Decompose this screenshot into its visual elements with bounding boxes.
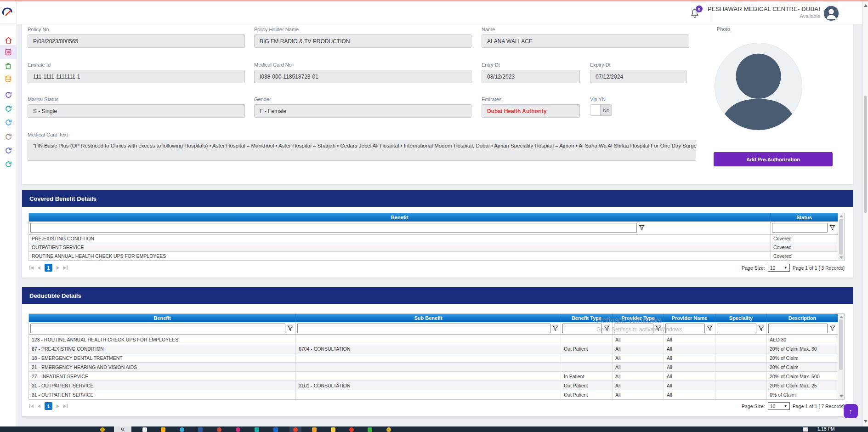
edge-icon[interactable] bbox=[180, 427, 184, 432]
sidebar-item-sync-2[interactable] bbox=[0, 102, 17, 114]
covered-benefit-filter-input[interactable] bbox=[30, 223, 637, 233]
gender-input[interactable]: F - Female bbox=[254, 104, 471, 118]
table-row[interactable]: 27 - INPATIENT SERVICE In Patient All Al… bbox=[29, 372, 838, 381]
next-page-button[interactable] bbox=[57, 266, 59, 270]
first-page-button[interactable] bbox=[29, 404, 34, 408]
page-scrollbar[interactable] bbox=[862, 1, 868, 426]
sidebar-item-orders[interactable] bbox=[0, 60, 17, 72]
scroll-down-icon[interactable] bbox=[840, 256, 843, 259]
table-row[interactable]: 31 - OUTPATIENT SERVICE 3101 - CONSULTAT… bbox=[29, 381, 838, 390]
window-app-icon[interactable] bbox=[273, 427, 278, 432]
green-app-icon[interactable] bbox=[368, 427, 372, 432]
benefit-filter-input[interactable] bbox=[30, 324, 285, 333]
sidebar-item-member-active[interactable] bbox=[0, 45, 17, 59]
tray-icon[interactable] bbox=[803, 427, 808, 432]
sidebar-item-sync-6[interactable] bbox=[0, 158, 17, 170]
table-row[interactable]: 67 - PRE-EXISTING CONDITION 6704 - CONSU… bbox=[29, 344, 838, 353]
taskbar-clock[interactable]: 1:18 PM bbox=[817, 426, 834, 432]
scroll-up-icon[interactable] bbox=[840, 215, 843, 217]
table-row[interactable]: PRE-EXISTING CONDITION Covered bbox=[29, 234, 838, 243]
user-avatar[interactable] bbox=[823, 5, 840, 22]
vip-toggle[interactable]: No bbox=[590, 104, 612, 116]
opera-icon[interactable] bbox=[217, 427, 221, 432]
last-page-button[interactable] bbox=[63, 266, 68, 270]
deduct-col-provider-name[interactable]: Provider Name bbox=[664, 314, 715, 322]
page-number-button[interactable]: 1 bbox=[45, 402, 52, 410]
red-app-icon[interactable] bbox=[349, 427, 354, 432]
pink-app-icon[interactable] bbox=[236, 427, 240, 432]
sub-benefit-filter-input[interactable] bbox=[297, 324, 550, 333]
scrollbar-thumb[interactable] bbox=[839, 319, 843, 370]
marital-status-input[interactable]: S - Single bbox=[28, 104, 245, 118]
filter-funnel-icon[interactable] bbox=[638, 225, 646, 231]
prev-page-button[interactable] bbox=[38, 266, 40, 270]
covered-col-benefit[interactable]: Benefit bbox=[29, 213, 771, 222]
deduct-col-benefit[interactable]: Benefit bbox=[29, 314, 296, 322]
sidebar-item-finance[interactable] bbox=[0, 73, 17, 85]
next-page-button[interactable] bbox=[57, 404, 59, 408]
sidebar-item-sync-4[interactable] bbox=[0, 131, 17, 142]
table-row[interactable]: 123 - ROUTINE ANNUAL HEALTH CHECK UPS FO… bbox=[29, 335, 838, 344]
yellow-app-icon[interactable] bbox=[331, 427, 335, 432]
filter-funnel-icon[interactable] bbox=[706, 325, 714, 331]
table-row[interactable]: 18 - EMERGENCY DENTAL TREATMENT All All … bbox=[29, 353, 838, 363]
deduct-col-sub-benefit[interactable]: Sub Benefit bbox=[296, 314, 561, 322]
table-row[interactable]: 31 - OUTPATIENT SERVICE Out Patient All … bbox=[29, 390, 838, 399]
benefit-type-cell: In Patient bbox=[561, 372, 613, 381]
chrome-icon[interactable] bbox=[293, 427, 298, 432]
deduct-col-description[interactable]: Description bbox=[767, 314, 838, 322]
covered-table-scrollbar[interactable] bbox=[838, 213, 844, 261]
speciality-filter-input[interactable] bbox=[717, 324, 756, 333]
deduct-col-speciality[interactable]: Speciality bbox=[715, 314, 767, 322]
sidebar-item-sync-3[interactable] bbox=[0, 116, 17, 128]
covered-col-status[interactable]: Status bbox=[771, 213, 838, 222]
gold-app-icon[interactable] bbox=[100, 427, 105, 432]
covered-status-filter-input[interactable] bbox=[772, 223, 828, 233]
name-input[interactable]: ALANA WALLACE bbox=[482, 34, 689, 48]
taskbar-search[interactable] bbox=[114, 426, 131, 432]
filter-funnel-icon[interactable] bbox=[828, 225, 836, 231]
filter-funnel-icon[interactable] bbox=[551, 325, 559, 331]
add-preauthorization-button[interactable]: Add Pre-Authorization bbox=[714, 152, 833, 166]
table-row[interactable]: OUTPATIENT SERVICE Covered bbox=[29, 243, 838, 252]
teal-app-icon[interactable] bbox=[255, 427, 259, 432]
description-filter-input[interactable] bbox=[768, 324, 828, 333]
store-icon[interactable] bbox=[142, 427, 147, 432]
scroll-up-icon[interactable] bbox=[864, 4, 868, 7]
page-size-select[interactable]: 10 ▼ bbox=[768, 402, 790, 410]
page-number-button[interactable]: 1 bbox=[45, 264, 52, 272]
emirate-id-input[interactable]: 111-1111-1111111-1 bbox=[28, 70, 245, 83]
folder-icon[interactable] bbox=[161, 427, 165, 432]
deductible-table-scrollbar[interactable] bbox=[838, 314, 844, 399]
entry-dt-input[interactable]: 08/12/2023 bbox=[482, 70, 580, 83]
gold-key-icon[interactable] bbox=[386, 427, 391, 432]
policy-holder-input[interactable]: BIG FM RADIO & TV PRODUCTION bbox=[254, 34, 471, 48]
sub-benefit-cell: 6704 - CONSULTATION bbox=[296, 344, 561, 353]
scroll-down-icon[interactable] bbox=[864, 420, 868, 423]
medical-card-text-input[interactable]: "HN Basic Plus (OP Restriced to Clinics … bbox=[28, 140, 696, 161]
sidebar-item-sync-1[interactable] bbox=[0, 89, 17, 101]
filter-funnel-icon[interactable] bbox=[828, 325, 836, 331]
table-row[interactable]: 21 - EMERGENCY HEARING AND VISION AIDS A… bbox=[29, 363, 838, 372]
emirates-input[interactable]: Dubai Health Authority bbox=[482, 104, 580, 118]
page-size-select[interactable]: 10 ▼ bbox=[768, 264, 790, 272]
last-page-button[interactable] bbox=[63, 404, 68, 408]
sidebar-item-home[interactable] bbox=[0, 34, 17, 46]
medical-card-no-input[interactable]: I038-000-118518723-01 bbox=[254, 70, 471, 83]
sidebar-item-sync-5[interactable] bbox=[0, 144, 17, 156]
prev-page-button[interactable] bbox=[38, 404, 40, 408]
user-info[interactable]: PESHAWAR MEDICAL CENTRE- DUBAI Available bbox=[708, 6, 820, 19]
filter-funnel-icon[interactable] bbox=[757, 325, 765, 331]
policy-no-input[interactable]: P/08/2023/000565 bbox=[28, 34, 245, 48]
filter-funnel-icon[interactable] bbox=[286, 325, 294, 331]
scroll-up-icon[interactable] bbox=[840, 316, 843, 318]
scroll-to-top-button[interactable]: ↑ bbox=[844, 404, 858, 418]
scroll-down-icon[interactable] bbox=[840, 395, 843, 398]
orange-app-icon[interactable] bbox=[312, 427, 317, 432]
first-page-button[interactable] bbox=[29, 266, 34, 270]
word-icon[interactable] bbox=[198, 427, 203, 432]
table-row[interactable]: ROUTINE ANNUAL HEALTH CHECK UPS FOR EMPL… bbox=[29, 252, 838, 261]
scrollbar-thumb[interactable] bbox=[864, 96, 867, 213]
expiry-dt-input[interactable]: 07/12/2024 bbox=[590, 70, 686, 83]
scrollbar-thumb[interactable] bbox=[839, 219, 843, 255]
